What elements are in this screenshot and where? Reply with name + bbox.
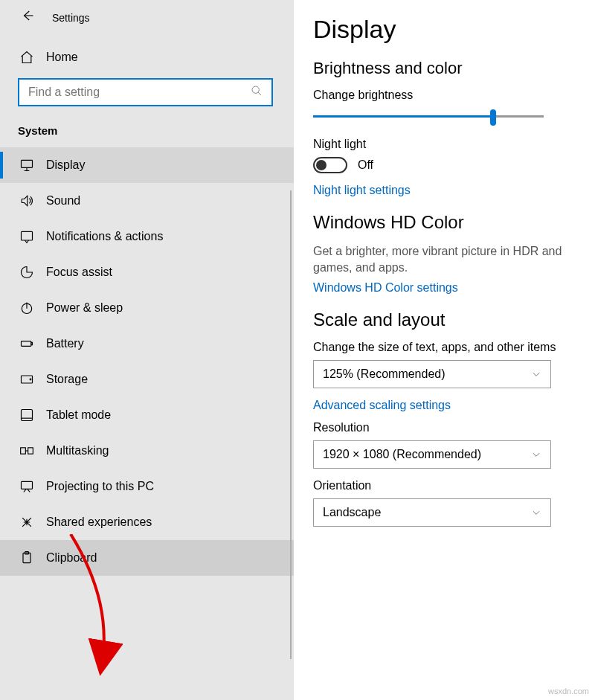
sidebar: Settings Home System Display Sound Notif… <box>0 0 294 700</box>
sidebar-item-label: Focus assist <box>46 266 112 279</box>
sidebar-item-label: Tablet mode <box>46 408 111 422</box>
hd-color-title: Windows HD Color <box>313 212 595 233</box>
main-content: Display Brightness and color Change brig… <box>294 0 595 700</box>
chevron-down-icon <box>531 369 541 379</box>
svg-rect-4 <box>22 341 31 347</box>
focus-icon <box>19 265 34 280</box>
nightlight-label: Night light <box>313 138 595 151</box>
hd-color-description: Get a brighter, more vibrant picture in … <box>313 243 595 277</box>
section-brightness-title: Brightness and color <box>313 59 595 78</box>
sidebar-item-projecting[interactable]: Projecting to this PC <box>0 469 294 504</box>
display-icon <box>19 158 34 173</box>
home-label: Home <box>46 51 78 64</box>
page-title: Display <box>313 15 595 44</box>
sidebar-item-label: Battery <box>46 337 84 350</box>
resolution-value: 1920 × 1080 (Recommended) <box>323 448 481 461</box>
scale-label: Change the size of text, apps, and other… <box>313 341 595 354</box>
chevron-down-icon <box>531 507 541 518</box>
sidebar-item-display[interactable]: Display <box>0 147 294 183</box>
sidebar-item-label: Clipboard <box>46 551 97 565</box>
storage-icon <box>19 372 34 387</box>
svg-rect-10 <box>28 448 33 454</box>
sidebar-item-focus-assist[interactable]: Focus assist <box>0 254 294 290</box>
sidebar-item-multitasking[interactable]: Multitasking <box>0 433 294 469</box>
advanced-scaling-link[interactable]: Advanced scaling settings <box>313 399 595 412</box>
sidebar-item-shared-experiences[interactable]: Shared experiences <box>0 504 294 540</box>
sidebar-item-tablet-mode[interactable]: Tablet mode <box>0 397 294 433</box>
back-icon[interactable] <box>21 9 34 26</box>
battery-icon <box>19 336 34 351</box>
sidebar-item-label: Power & sleep <box>46 301 123 315</box>
search-input-wrapper[interactable] <box>18 78 273 106</box>
power-icon <box>19 301 34 315</box>
search-icon <box>251 85 263 100</box>
sidebar-scrollbar[interactable] <box>290 190 292 659</box>
slider-thumb[interactable] <box>490 109 496 126</box>
svg-rect-9 <box>21 448 26 454</box>
sidebar-item-battery[interactable]: Battery <box>0 326 294 362</box>
orientation-dropdown[interactable]: Landscape <box>313 498 551 527</box>
brightness-label: Change brightness <box>313 89 595 102</box>
svg-rect-11 <box>22 481 33 489</box>
orientation-label: Orientation <box>313 479 595 492</box>
sidebar-item-sound[interactable]: Sound <box>0 183 294 219</box>
tablet-icon <box>19 408 34 423</box>
sidebar-item-notifications[interactable]: Notifications & actions <box>0 219 294 254</box>
home-icon <box>19 50 34 65</box>
resolution-dropdown[interactable]: 1920 × 1080 (Recommended) <box>313 440 551 469</box>
sidebar-item-label: Storage <box>46 373 88 386</box>
sidebar-item-label: Multitasking <box>46 444 109 457</box>
shared-icon <box>19 515 34 530</box>
scale-dropdown[interactable]: 125% (Recommended) <box>313 360 551 388</box>
sidebar-item-label: Shared experiences <box>46 516 152 529</box>
sidebar-item-clipboard[interactable]: Clipboard <box>0 540 294 576</box>
search-input[interactable] <box>28 86 251 99</box>
sidebar-item-storage[interactable]: Storage <box>0 362 294 397</box>
sidebar-item-power-sleep[interactable]: Power & sleep <box>0 290 294 326</box>
scale-value: 125% (Recommended) <box>323 367 446 381</box>
svg-rect-2 <box>22 231 33 240</box>
sidebar-item-label: Sound <box>46 194 80 208</box>
window-title: Settings <box>52 12 90 24</box>
hd-color-link[interactable]: Windows HD Color settings <box>313 281 595 295</box>
svg-rect-8 <box>22 410 33 421</box>
resolution-label: Resolution <box>313 421 595 434</box>
notifications-icon <box>19 229 34 244</box>
brightness-slider[interactable] <box>313 108 544 126</box>
sound-icon <box>19 193 34 208</box>
projecting-icon <box>19 479 34 494</box>
sidebar-item-label: Display <box>46 158 85 172</box>
sidebar-item-label: Projecting to this PC <box>46 480 154 493</box>
multitask-icon <box>19 443 34 458</box>
svg-rect-5 <box>31 342 33 344</box>
category-label: System <box>0 120 294 147</box>
svg-point-0 <box>252 86 259 93</box>
clipboard-icon <box>19 550 34 565</box>
watermark: wsxdn.com <box>548 687 589 696</box>
svg-point-7 <box>30 379 31 380</box>
nightlight-settings-link[interactable]: Night light settings <box>313 184 595 197</box>
sidebar-item-label: Notifications & actions <box>46 230 163 243</box>
nightlight-toggle[interactable] <box>313 157 347 173</box>
orientation-value: Landscape <box>323 506 381 519</box>
chevron-down-icon <box>531 449 541 460</box>
scale-layout-title: Scale and layout <box>313 309 595 330</box>
svg-rect-1 <box>22 160 33 167</box>
nightlight-state: Off <box>358 158 373 172</box>
home-button[interactable]: Home <box>0 32 294 75</box>
